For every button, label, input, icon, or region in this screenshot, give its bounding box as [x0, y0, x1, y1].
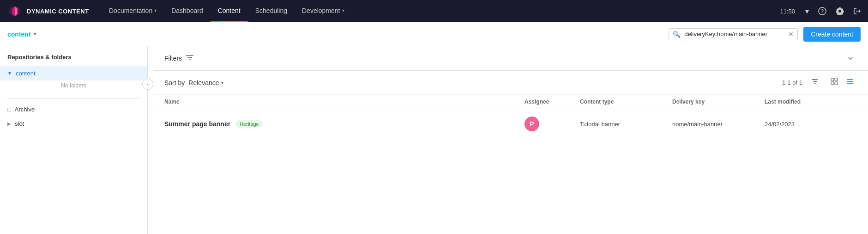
logout-icon[interactable] — [850, 4, 864, 18]
nav-right: 11:50 ▾ ? — [776, 4, 868, 18]
sidebar-item-archive[interactable]: □ Archive — [0, 102, 147, 117]
sidebar: Repositories & folders ▼ content No fold… — [0, 46, 148, 234]
item-tag: Heritage — [236, 120, 263, 128]
svg-rect-12 — [831, 82, 834, 85]
chevron-down-icon: ▾ — [34, 31, 36, 37]
column-filter-button[interactable] — [808, 75, 822, 90]
table-row[interactable]: Summer page banner Heritage P Tutorial b… — [153, 109, 868, 139]
item-name-cell: Summer page banner Heritage — [164, 120, 524, 128]
item-last-modified: 24/02/2023 — [765, 121, 857, 128]
grid-view-button[interactable] — [827, 75, 841, 90]
chevron-down-icon: ▾ — [221, 80, 223, 85]
results-count: 1-1 of 1 — [782, 79, 802, 86]
item-content-type: Tutorial banner — [580, 121, 672, 128]
header-name: Name — [164, 99, 524, 105]
help-icon[interactable]: ? — [815, 4, 829, 18]
nav-item-scheduling[interactable]: Scheduling — [248, 0, 295, 22]
chevron-right-icon: ▶ — [7, 121, 11, 126]
svg-point-9 — [815, 81, 817, 82]
filters-bar: Filters — [153, 46, 868, 71]
sidebar-item-slot[interactable]: ▶ slot — [0, 117, 147, 131]
nav-item-documentation[interactable]: Documentation ▾ — [102, 0, 164, 22]
sidebar-item-content[interactable]: ▼ content — [0, 66, 147, 80]
search-box: 🔍 ✕ — [669, 28, 798, 40]
header-delivery-key: Delivery key — [672, 99, 765, 105]
sort-right: 1-1 of 1 — [782, 75, 857, 90]
toolbar-left: content ▾ — [7, 31, 36, 38]
chevron-down-icon: ▾ — [342, 8, 344, 13]
sidebar-collapse-button[interactable]: ‹ — [142, 79, 153, 90]
sidebar-title: Repositories & folders — [0, 54, 147, 66]
content-area: Filters Sort by Relevance ▾ — [153, 46, 868, 234]
content-table: Name Assignee Content type Delivery key … — [153, 95, 868, 139]
sidebar-separator — [7, 98, 140, 99]
filter-icon — [186, 54, 194, 62]
svg-rect-11 — [835, 78, 838, 81]
header-assignee: Assignee — [524, 99, 580, 105]
no-folders-text: No folders — [0, 80, 147, 94]
svg-point-8 — [814, 79, 815, 80]
item-delivery-key: home/main-banner — [672, 121, 765, 128]
breadcrumb-content[interactable]: content — [7, 31, 31, 38]
nav-item-dashboard[interactable]: Dashboard — [164, 0, 211, 22]
svg-rect-10 — [831, 78, 834, 81]
clock-display: 11:50 — [776, 8, 799, 15]
view-controls — [827, 75, 857, 90]
svg-text:?: ? — [821, 8, 824, 14]
search-icon: 🔍 — [673, 31, 681, 38]
header-last-modified: Last modified — [765, 99, 857, 105]
sidebar-item-label: slot — [15, 120, 24, 127]
sort-label: Sort by — [164, 79, 185, 86]
list-view-button[interactable] — [843, 75, 857, 90]
sort-bar: Sort by Relevance ▾ 1-1 of 1 — [153, 71, 868, 95]
item-assignee-cell: P — [524, 117, 580, 131]
create-content-button[interactable]: Create content — [803, 27, 861, 42]
settings-icon[interactable] — [833, 4, 847, 18]
avatar: P — [524, 117, 539, 131]
chevron-down-icon: ▾ — [154, 8, 157, 13]
item-name: Summer page banner — [164, 120, 230, 128]
search-input[interactable] — [684, 31, 784, 37]
sort-value: Relevance — [188, 79, 219, 86]
sort-select[interactable]: Relevance ▾ — [188, 79, 223, 86]
logo-text: DYNAMIC CONTENT — [27, 8, 89, 15]
nav-item-development[interactable]: Development ▾ — [295, 0, 352, 22]
nav-item-content[interactable]: Content — [211, 0, 248, 22]
clear-search-button[interactable]: ✕ — [788, 31, 794, 38]
sidebar-item-label: Archive — [15, 106, 35, 113]
nav-dropdown-button[interactable]: ▾ — [802, 4, 812, 18]
toolbar-right: 🔍 ✕ Create content — [669, 27, 861, 42]
chevron-down-icon: ▼ — [7, 71, 12, 76]
archive-icon: □ — [7, 106, 11, 113]
sidebar-item-label: content — [16, 70, 36, 77]
logo-icon — [7, 4, 22, 18]
filters-expand-button[interactable] — [844, 52, 857, 65]
main-layout: Repositories & folders ▼ content No fold… — [0, 46, 868, 234]
header-content-type: Content type — [580, 99, 672, 105]
toolbar: content ▾ 🔍 ✕ Create content — [0, 22, 868, 46]
table-header: Name Assignee Content type Delivery key … — [153, 95, 868, 109]
svg-rect-13 — [835, 82, 838, 85]
filters-label: Filters — [164, 55, 182, 62]
logo-area: DYNAMIC CONTENT — [7, 4, 90, 18]
top-nav: DYNAMIC CONTENT Documentation ▾ Dashboar… — [0, 0, 868, 22]
nav-items: Documentation ▾ Dashboard Content Schedu… — [102, 0, 776, 22]
